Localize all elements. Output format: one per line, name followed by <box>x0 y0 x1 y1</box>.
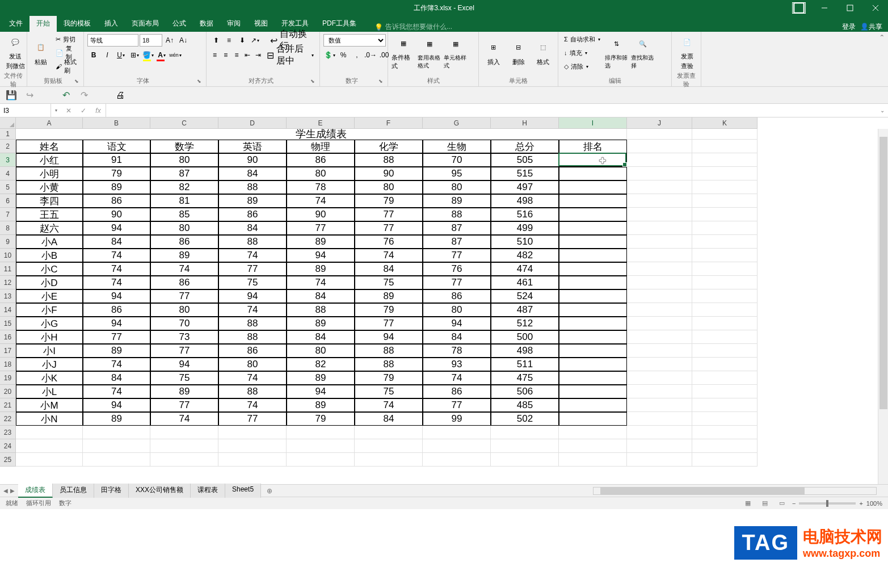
cell-J12[interactable] <box>627 276 692 289</box>
cell-A8[interactable]: 赵六 <box>16 221 83 235</box>
cell-F10[interactable]: 74 <box>355 249 423 262</box>
cell-J1[interactable] <box>627 129 692 140</box>
cell-J15[interactable] <box>627 317 692 330</box>
autosum-button[interactable]: Σ自动求和▾ <box>562 33 603 45</box>
align-bottom-button[interactable]: ⬇ <box>236 34 248 47</box>
cell-D3[interactable]: 90 <box>218 153 287 167</box>
cell-E14[interactable]: 88 <box>287 303 355 317</box>
cell-D18[interactable]: 80 <box>218 358 287 371</box>
increase-decimal-button[interactable]: .0→ <box>364 49 377 61</box>
row-header-10[interactable]: 10 <box>0 249 16 262</box>
cell-D20[interactable]: 88 <box>218 385 287 398</box>
cell-H7[interactable]: 516 <box>491 208 559 221</box>
table-format-button[interactable]: ▦套用表格格式 <box>418 33 441 72</box>
page-break-view-button[interactable]: ▭ <box>775 498 789 509</box>
cell-C17[interactable]: 77 <box>150 344 218 358</box>
cell-J11[interactable] <box>627 262 692 276</box>
cell-K18[interactable] <box>692 358 757 371</box>
cell-F18[interactable]: 88 <box>355 358 423 371</box>
font-color-button[interactable]: A▾ <box>155 49 168 61</box>
cell-H24[interactable] <box>491 439 559 453</box>
cell-G22[interactable]: 99 <box>423 412 491 426</box>
cell-I21[interactable] <box>559 398 627 412</box>
cell-C23[interactable] <box>150 426 218 439</box>
cell-B24[interactable] <box>83 439 150 453</box>
cell-H3[interactable]: 505 <box>491 153 559 167</box>
cell-K10[interactable] <box>692 249 757 262</box>
cell-J17[interactable] <box>627 344 692 358</box>
orientation-button[interactable]: ↗▾ <box>249 34 261 47</box>
format-painter-button[interactable]: 🖌格式刷 <box>53 60 80 73</box>
cell-E12[interactable]: 74 <box>287 276 355 289</box>
col-header-D[interactable]: D <box>218 117 287 129</box>
zoom-in-button[interactable]: + <box>859 500 862 507</box>
cell-E3[interactable]: 86 <box>287 153 355 167</box>
cell-I7[interactable] <box>559 208 627 221</box>
cell-B13[interactable]: 94 <box>83 289 150 303</box>
tab-nav-next[interactable]: ▶ <box>10 488 15 494</box>
tab-view[interactable]: 视图 <box>247 15 275 32</box>
cell-C20[interactable]: 89 <box>150 385 218 398</box>
cell-B3[interactable]: 91 <box>83 153 150 167</box>
cell-I20[interactable] <box>559 385 627 398</box>
tab-templates[interactable]: 我的模板 <box>57 15 98 32</box>
cell-I25[interactable] <box>559 453 627 467</box>
cell-K2[interactable] <box>692 140 757 153</box>
cell-K7[interactable] <box>692 208 757 221</box>
align-right-button[interactable]: ≡ <box>232 49 241 61</box>
undo-button[interactable]: ↶ <box>60 90 71 101</box>
row-header-8[interactable]: 8 <box>0 221 16 235</box>
row-header-2[interactable]: 2 <box>0 140 16 153</box>
cell-G20[interactable]: 86 <box>423 385 491 398</box>
cell-F19[interactable]: 79 <box>355 371 423 385</box>
row-header-5[interactable]: 5 <box>0 180 16 194</box>
cell-I17[interactable] <box>559 344 627 358</box>
cell-I13[interactable] <box>559 289 627 303</box>
cut-button[interactable]: ✂剪切 <box>53 33 80 45</box>
cell-B25[interactable] <box>83 453 150 467</box>
cell-K4[interactable] <box>692 167 757 180</box>
col-header-G[interactable]: G <box>423 117 491 129</box>
tab-data[interactable]: 数据 <box>193 15 220 32</box>
cell-I10[interactable] <box>559 249 627 262</box>
cell-C4[interactable]: 87 <box>150 167 218 180</box>
cell-F14[interactable]: 79 <box>355 303 423 317</box>
cell-H13[interactable]: 524 <box>491 289 559 303</box>
cell-F12[interactable]: 75 <box>355 276 423 289</box>
cell-B8[interactable]: 94 <box>83 221 150 235</box>
cell-C22[interactable]: 74 <box>150 412 218 426</box>
cell-B18[interactable]: 74 <box>83 358 150 371</box>
cell-B2[interactable]: 语文 <box>83 140 150 153</box>
cell-C24[interactable] <box>150 439 218 453</box>
cell-H9[interactable]: 510 <box>491 235 559 249</box>
insert-cells-button[interactable]: ⊞插入 <box>482 33 505 72</box>
cell-A15[interactable]: 小G <box>16 317 83 330</box>
align-left-button[interactable]: ≡ <box>210 49 220 61</box>
page-layout-view-button[interactable]: ▤ <box>758 498 772 509</box>
cell-C10[interactable]: 89 <box>150 249 218 262</box>
cell-C3[interactable]: 80 <box>150 153 218 167</box>
cell-B12[interactable]: 74 <box>83 276 150 289</box>
row-header-24[interactable]: 24 <box>0 439 16 453</box>
share-button[interactable]: 👤共享 <box>860 22 882 32</box>
number-launcher[interactable]: ⬊ <box>378 78 383 84</box>
cell-C21[interactable]: 77 <box>150 398 218 412</box>
cell-styles-button[interactable]: ▦单元格样式 <box>444 33 468 72</box>
decrease-indent-button[interactable]: ⇤ <box>243 49 252 61</box>
cell-H5[interactable]: 497 <box>491 180 559 194</box>
cell-K22[interactable] <box>692 412 757 426</box>
cell-G2[interactable]: 生物 <box>423 140 491 153</box>
cell-A6[interactable]: 李四 <box>16 194 83 208</box>
cell-G13[interactable]: 86 <box>423 289 491 303</box>
cell-E19[interactable]: 89 <box>287 371 355 385</box>
cell-E2[interactable]: 物理 <box>287 140 355 153</box>
cell-C2[interactable]: 数学 <box>150 140 218 153</box>
cell-C25[interactable] <box>150 453 218 467</box>
bold-button[interactable]: B <box>87 49 100 61</box>
cell-A24[interactable] <box>16 439 83 453</box>
cell-G15[interactable]: 94 <box>423 317 491 330</box>
expand-formula-bar-button[interactable]: ⌄ <box>877 104 888 117</box>
cell-E7[interactable]: 90 <box>287 208 355 221</box>
formula-input[interactable] <box>106 104 877 117</box>
cell-K8[interactable] <box>692 221 757 235</box>
